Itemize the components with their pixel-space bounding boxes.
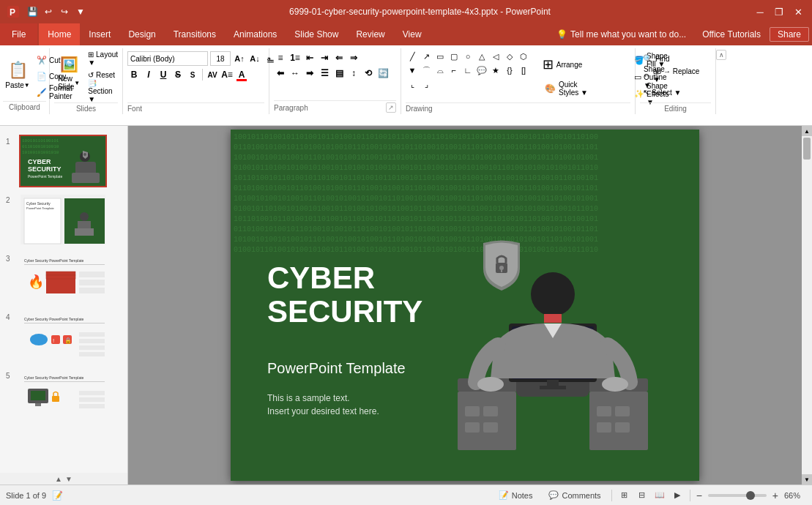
menu-slide-show[interactable]: Slide Show (286, 23, 347, 45)
freeform-shape[interactable]: ⌓ (433, 64, 447, 77)
zoom-out-button[interactable]: − (695, 490, 704, 501)
redo-button[interactable]: ↪ (57, 4, 72, 19)
custom-shape1[interactable]: ⌞ (406, 78, 419, 91)
numbered-list-button[interactable]: 1≡ (288, 51, 302, 64)
normal-view-button[interactable]: ⊞ (617, 487, 633, 504)
slide-thumbnail-4[interactable]: Cyber Security PowerPoint Template ! 🔒 (19, 310, 107, 363)
ltr-button[interactable]: ⇒ (347, 51, 360, 64)
minimize-button[interactable]: ─ (752, 4, 768, 20)
decrease-indent-button[interactable]: ⇤ (303, 51, 316, 64)
brace-shape[interactable]: {} (503, 64, 516, 77)
triangle-shape[interactable]: △ (475, 50, 488, 63)
new-slide-button[interactable]: 🖼️ NewSlide▼ (54, 48, 83, 98)
scroll-up-button[interactable]: ▲ (802, 126, 812, 136)
underline-button[interactable]: U (157, 68, 170, 81)
replace-button[interactable]: ↔ ab → Replace ▼ (640, 68, 711, 83)
line-shape[interactable]: ╱ (406, 50, 419, 63)
close-button[interactable]: ✕ (790, 4, 806, 20)
custom-shape2[interactable]: ⌟ (420, 78, 433, 91)
connectors[interactable]: ⌐ (447, 64, 461, 77)
zoom-in-button[interactable]: + (771, 490, 780, 501)
slide-thumbnail-3[interactable]: Cyber Security PowerPoint Template 🔥 (19, 252, 107, 304)
bold-button[interactable]: B (127, 68, 141, 81)
rect-shape[interactable]: ▭ (433, 50, 447, 63)
customize-button[interactable]: ▼ (73, 4, 88, 19)
convert-smartart-button[interactable]: 🔄 (376, 67, 390, 80)
text-direction-button[interactable]: A≡ (220, 68, 234, 81)
font-color-button[interactable]: A (235, 68, 248, 81)
section-button[interactable]: 📑 Section ▼ (85, 83, 122, 98)
decrease-font-button[interactable]: A↓ (248, 52, 261, 65)
share-button[interactable]: Share (770, 27, 809, 42)
scroll-up-button[interactable]: ▲ (55, 475, 62, 483)
align-right-button[interactable]: ➡ (303, 67, 316, 80)
curve-shape[interactable]: ⌒ (420, 64, 433, 77)
reading-view-button[interactable]: 📖 (652, 487, 668, 504)
slide-thumbnail-5[interactable]: Cyber Security PowerPoint Template (19, 369, 107, 422)
justify-button[interactable]: ☰ (318, 67, 331, 80)
main-slide[interactable]: 1001011010010110100101101001011010010110… (231, 130, 699, 481)
char-spacing-button[interactable]: AV (206, 68, 219, 81)
circle-shape[interactable]: ○ (461, 50, 474, 63)
elbow-conn[interactable]: ∟ (461, 64, 474, 77)
strikethrough-button[interactable]: S (171, 68, 185, 81)
office-tutorials-link[interactable]: Office Tutorials (693, 29, 770, 40)
increase-indent-button[interactable]: ⇥ (318, 51, 331, 64)
callout-shape[interactable]: 💬 (475, 64, 488, 77)
slide-sorter-button[interactable]: ⊟ (634, 487, 650, 504)
scroll-down-button[interactable]: ▼ (802, 474, 812, 485)
bracket-shape[interactable]: [] (517, 64, 530, 77)
rtriangle-shape[interactable]: ◁ (489, 50, 502, 63)
slideshow-button[interactable]: ▶ (669, 487, 685, 504)
ribbon-collapse-button[interactable]: ∧ (716, 50, 726, 60)
slide-thumb-4[interactable]: 4 Cyber Security PowerPoint Template ! 🔒 (0, 307, 127, 366)
menu-home[interactable]: Home (39, 23, 80, 45)
find-button[interactable]: 🔍 Find (640, 51, 711, 66)
rtl-button[interactable]: ⇐ (332, 51, 346, 64)
align-center-button[interactable]: ↔ (288, 67, 302, 80)
shadow-button[interactable]: S (186, 68, 199, 81)
quick-styles-button[interactable]: 🎨 Quick Styles ▼ (540, 81, 599, 97)
menu-animations[interactable]: Animations (225, 23, 286, 45)
slide-description[interactable]: This is a sample text. Insert your desir… (267, 392, 379, 418)
slide-thumb-1[interactable]: 1 10010110100101 01101001010010 10100101… (0, 132, 127, 190)
paste-button[interactable]: 📋 Paste▼ (3, 50, 32, 100)
tell-me-input[interactable]: 💡 Tell me what you want to do... (549, 29, 693, 40)
zoom-thumb[interactable] (746, 491, 755, 500)
layout-button[interactable]: ⊞ Layout ▼ (85, 51, 122, 66)
menu-design[interactable]: Design (119, 23, 164, 45)
menu-review[interactable]: Review (347, 23, 393, 45)
select-button[interactable]: ↖ Select ▼ (640, 85, 711, 100)
paragraph-expand-button[interactable]: ↗ (386, 102, 396, 113)
bullets-button[interactable]: ≡ (274, 51, 287, 64)
scroll-down-button[interactable]: ▼ (65, 475, 72, 483)
increase-font-button[interactable]: A↑ (233, 52, 246, 65)
star-shape[interactable]: ★ (489, 64, 502, 77)
slide-subtitle[interactable]: PowerPoint Template (267, 360, 406, 377)
restore-button[interactable]: ❐ (771, 4, 787, 20)
rounded-rect-shape[interactable]: ▢ (447, 50, 461, 63)
menu-view[interactable]: View (394, 23, 431, 45)
slide-thumbnail-1[interactable]: 10010110100101 01101001010010 1010010100… (19, 135, 107, 187)
slide-thumb-3[interactable]: 3 Cyber Security PowerPoint Template 🔥 (0, 249, 127, 307)
save-button[interactable]: 💾 (25, 4, 40, 19)
menu-transitions[interactable]: Transitions (165, 23, 225, 45)
slide-thumb-5[interactable]: 5 Cyber Security PowerPoint Template (0, 366, 127, 424)
slide-thumb-2[interactable]: 2 Cyber Security PowerPoint Template (0, 190, 127, 249)
font-size-input[interactable] (210, 51, 231, 66)
undo-button[interactable]: ↩ (41, 4, 56, 19)
zoom-slider[interactable] (708, 494, 767, 497)
menu-file[interactable]: File (0, 23, 37, 45)
slide-thumbnail-2[interactable]: Cyber Security PowerPoint Template (19, 193, 107, 246)
text-direction-btn2[interactable]: ⟲ (362, 67, 375, 80)
arrange-button[interactable]: ⊞ Arrange (540, 50, 584, 79)
zoom-level[interactable]: 66% (784, 491, 806, 500)
comments-button[interactable]: 💬 Comments (543, 489, 606, 501)
columns-button[interactable]: ▤ (332, 67, 346, 80)
scroll-thumb[interactable] (803, 138, 811, 160)
slide-title[interactable]: CYBER SECURITY (267, 261, 422, 329)
slide-notes-icon[interactable]: 📝 (52, 490, 63, 501)
notes-button[interactable]: 📝 Notes (493, 489, 539, 501)
menu-insert[interactable]: Insert (80, 23, 119, 45)
font-family-selector[interactable] (127, 51, 208, 66)
